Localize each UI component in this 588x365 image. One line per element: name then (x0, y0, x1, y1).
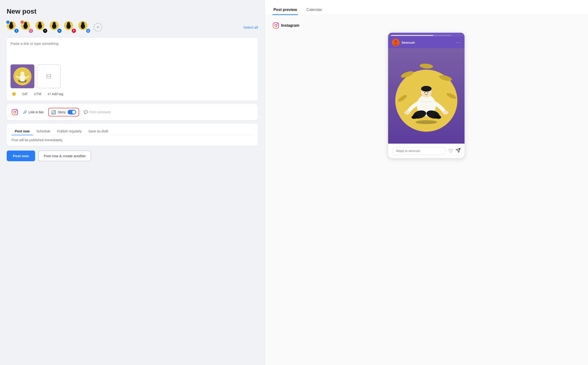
svg-point-14 (53, 22, 56, 25)
google-badge: G (86, 28, 91, 33)
svg-point-17 (67, 22, 70, 25)
story-progress-fill (391, 35, 433, 36)
svg-point-25 (21, 71, 24, 75)
options-card: 🔗 Link in bio 🔄 Story 💬 First comment (7, 104, 258, 120)
story-progress-area (388, 33, 465, 37)
selected-checkmark: ✓ (20, 20, 24, 24)
svg-point-11 (38, 22, 41, 25)
svg-point-20 (81, 22, 84, 25)
send-button[interactable] (456, 148, 461, 154)
svg-rect-37 (273, 23, 278, 28)
story-progress-bar (391, 35, 451, 36)
media-row (10, 64, 254, 88)
reply-input[interactable] (392, 147, 446, 155)
instagram-preview-icon (273, 22, 279, 29)
story-username: Semrush (401, 41, 454, 44)
story-image-area (388, 48, 465, 144)
heart-button[interactable]: ♡ (448, 148, 453, 154)
heart-icon: ♡ (448, 148, 453, 154)
tab-post-preview[interactable]: Post preview (273, 5, 298, 15)
svg-point-2 (10, 22, 13, 25)
svg-point-54 (404, 111, 410, 114)
tab-schedule[interactable]: Schedule (33, 127, 53, 135)
media-thumbnail[interactable] (10, 64, 34, 88)
svg-point-51 (421, 86, 432, 91)
story-illustration (393, 51, 460, 141)
svg-point-48 (420, 63, 434, 69)
semrush-avatar-icon (392, 39, 399, 46)
social-accounts-row: ✓ f ✓ (7, 21, 258, 33)
toolbar-row: 🙂 GIF UTM 🏷 Add tag (10, 91, 254, 97)
social-account-instagram[interactable]: ✓ (21, 21, 33, 33)
story-toggle-wrapper[interactable]: 🔄 Story (48, 108, 79, 116)
svg-rect-34 (12, 109, 17, 115)
svg-point-36 (16, 110, 17, 111)
right-panel: Post preview Calendar Instagram (265, 0, 588, 365)
post-now-create-another-button[interactable]: Post now & create another (38, 151, 91, 161)
thumbnail-illustration (10, 64, 34, 88)
social-account-google[interactable]: G (78, 21, 91, 33)
add-tag-button[interactable]: 🏷 Add tag (46, 91, 65, 97)
select-all-button[interactable]: Select all (243, 25, 258, 29)
svg-point-35 (14, 111, 16, 113)
schedule-description: Post will be published immediately. (11, 138, 253, 142)
facebook-badge: f (14, 28, 19, 33)
action-row: Post now Post now & create another (7, 151, 258, 161)
send-icon (456, 148, 461, 153)
svg-point-42 (395, 40, 397, 42)
post-now-button[interactable]: Post now (7, 151, 35, 161)
first-comment-option[interactable]: 💬 First comment (84, 110, 111, 114)
story-options-icon[interactable]: ··· (456, 40, 461, 45)
svg-point-24 (19, 75, 26, 82)
instagram-badge (28, 28, 33, 33)
add-account-button[interactable]: + (94, 23, 102, 31)
social-account-x[interactable]: ✕ (35, 21, 48, 33)
tab-publish-regularly[interactable]: Publish regularly (54, 127, 85, 135)
story-footer: ♡ (388, 144, 465, 158)
svg-rect-6 (30, 30, 32, 32)
svg-point-7 (30, 30, 31, 31)
svg-point-38 (275, 24, 277, 27)
svg-point-29 (25, 78, 28, 80)
svg-point-60 (416, 120, 437, 124)
svg-point-55 (443, 111, 448, 114)
story-label: Story (58, 110, 66, 114)
social-account-pinterest[interactable]: P (64, 21, 76, 33)
svg-point-8 (31, 30, 32, 30)
preview-platform-label: Instagram (273, 22, 580, 29)
schedule-tabs: Post now Schedule Publish regularly Save… (11, 127, 253, 135)
tag-icon: 🏷 (48, 92, 51, 96)
link-icon: 🔗 (23, 110, 27, 114)
gif-button[interactable]: GIF (21, 91, 29, 97)
story-user-info: Semrush ··· (388, 37, 465, 48)
svg-point-53 (427, 92, 428, 93)
instagram-option-icon (11, 109, 18, 115)
x-badge: ✕ (43, 28, 48, 33)
tab-calendar[interactable]: Calendar (306, 5, 323, 15)
social-account-linkedin[interactable]: in (50, 21, 62, 33)
social-account-facebook[interactable]: ✓ f (7, 21, 19, 33)
avatar (392, 39, 399, 46)
story-preview-card: Semrush ··· (388, 33, 465, 158)
image-plus-icon (46, 73, 51, 79)
svg-point-39 (277, 24, 278, 25)
tab-post-now[interactable]: Post now (11, 127, 33, 135)
left-panel: New post ✓ f ✓ (0, 0, 265, 365)
story-toggle-switch[interactable] (68, 110, 76, 114)
utm-button[interactable]: UTM (32, 91, 43, 97)
emoji-icon: 🙂 (12, 92, 16, 96)
story-clock-icon: 🔄 (51, 110, 56, 114)
link-in-bio-option[interactable]: 🔗 Link in bio (23, 110, 44, 114)
page-title: New post (7, 8, 258, 15)
content-card: 🙂 GIF UTM 🏷 Add tag (7, 38, 258, 101)
comment-icon: 💬 (84, 110, 88, 114)
tab-save-as-draft[interactable]: Save as draft (85, 127, 111, 135)
emoji-button[interactable]: 🙂 (10, 91, 17, 97)
selected-checkmark: ✓ (6, 20, 10, 24)
post-text-input[interactable] (10, 42, 254, 61)
linkedin-badge: in (57, 28, 62, 33)
svg-point-52 (424, 92, 425, 93)
preview-area: Instagram Semrush (265, 15, 588, 365)
add-media-button[interactable] (37, 64, 61, 88)
svg-point-28 (17, 78, 20, 80)
